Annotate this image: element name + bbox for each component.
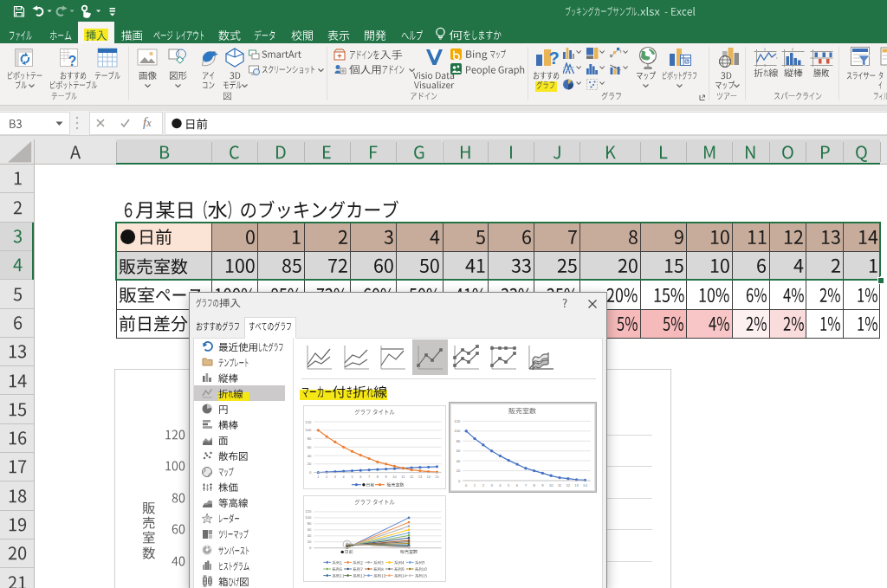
svg-text:40: 40 xyxy=(308,453,312,457)
svg-text:?: ? xyxy=(548,48,559,68)
svg-text:9: 9 xyxy=(385,474,387,478)
svg-text:7: 7 xyxy=(368,474,370,478)
svg-text:14: 14 xyxy=(427,474,431,478)
svg-text:11: 11 xyxy=(558,482,562,487)
svg-text:80: 80 xyxy=(308,522,312,527)
svg-text:0: 0 xyxy=(309,470,312,475)
svg-text:5: 5 xyxy=(508,482,510,487)
svg-text:120: 120 xyxy=(306,510,313,514)
svg-text:3: 3 xyxy=(490,482,493,487)
svg-text:11: 11 xyxy=(402,474,405,478)
svg-text:80: 80 xyxy=(456,439,461,443)
svg-text:120: 120 xyxy=(306,419,313,423)
svg-text:13: 13 xyxy=(574,482,579,487)
svg-text:2: 2 xyxy=(482,482,485,487)
svg-text:0: 0 xyxy=(465,482,468,487)
svg-text:6: 6 xyxy=(360,474,362,478)
svg-text:0: 0 xyxy=(309,546,312,550)
svg-text:100: 100 xyxy=(306,428,313,432)
svg-text:9: 9 xyxy=(541,482,544,487)
svg-text:14: 14 xyxy=(583,482,587,487)
svg-text:4: 4 xyxy=(343,474,346,478)
svg-text:40: 40 xyxy=(456,458,461,462)
svg-text:10: 10 xyxy=(393,474,398,478)
svg-text:100: 100 xyxy=(454,429,461,433)
svg-text:?: ? xyxy=(68,54,77,68)
svg-text:40: 40 xyxy=(308,534,312,539)
svg-text:2: 2 xyxy=(326,474,327,478)
svg-text:13: 13 xyxy=(418,474,422,478)
svg-text:8: 8 xyxy=(533,482,535,487)
svg-text:20: 20 xyxy=(456,468,461,473)
svg-text:8: 8 xyxy=(377,474,379,478)
svg-text:100: 100 xyxy=(306,516,313,520)
svg-text:120: 120 xyxy=(454,419,461,423)
svg-text:15: 15 xyxy=(436,474,439,478)
svg-text:12: 12 xyxy=(410,474,413,478)
svg-text:20: 20 xyxy=(308,540,312,544)
svg-text:10: 10 xyxy=(549,482,554,487)
svg-text:0: 0 xyxy=(458,478,461,482)
svg-text:4: 4 xyxy=(499,482,502,487)
svg-text:80: 80 xyxy=(308,436,312,441)
svg-text:5: 5 xyxy=(352,474,353,478)
svg-text:12: 12 xyxy=(567,482,571,487)
svg-text:3: 3 xyxy=(334,474,336,478)
svg-text:60: 60 xyxy=(456,449,461,453)
svg-text:7: 7 xyxy=(525,482,528,487)
svg-text:60: 60 xyxy=(308,444,312,449)
svg-text:1: 1 xyxy=(318,474,320,478)
svg-text:60: 60 xyxy=(308,528,312,533)
svg-text:1: 1 xyxy=(474,482,476,487)
svg-text:20: 20 xyxy=(308,462,312,466)
svg-text:6: 6 xyxy=(516,482,519,487)
